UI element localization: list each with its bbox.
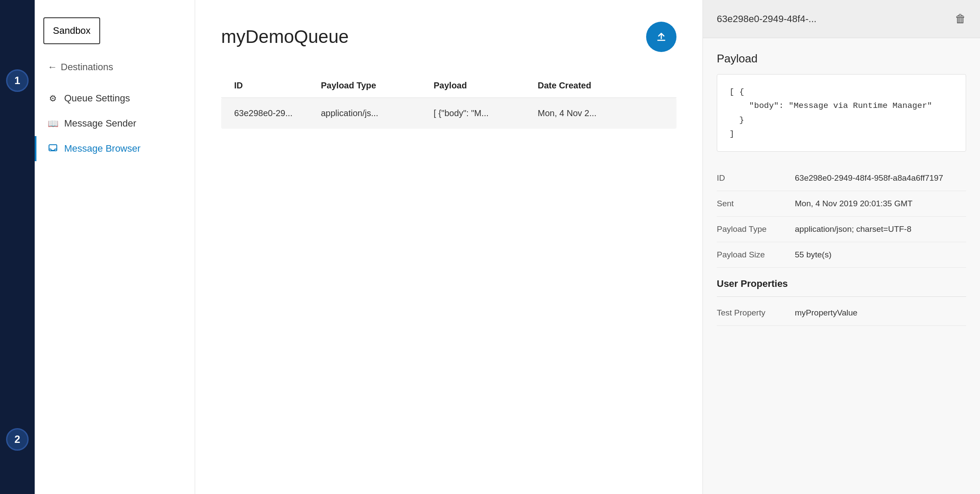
right-panel: 63e298e0-2949-48f4-... 🗑 Payload [ { "bo…	[702, 0, 980, 494]
inbox-icon	[48, 143, 58, 154]
detail-value-id: 63e298e0-2949-48f4-958f-a8a4a6ff7197	[795, 173, 966, 183]
back-link[interactable]: ← Destinations	[35, 62, 195, 86]
badge-2: 2	[6, 428, 29, 451]
detail-row-sent: Sent Mon, 4 Nov 2019 20:01:35 GMT	[717, 191, 966, 217]
cell-payload: [ {"body": "M...	[434, 108, 538, 118]
nav-sidebar: Sandbox ← Destinations ⚙ Queue Settings …	[35, 0, 195, 494]
payload-section-title: Payload	[717, 52, 966, 65]
detail-label-payload-size: Payload Size	[717, 250, 786, 260]
detail-row-payload-type: Payload Type application/json; charset=U…	[717, 217, 966, 242]
back-label: Destinations	[61, 62, 113, 73]
back-arrow-icon: ←	[48, 62, 57, 73]
detail-label-sent: Sent	[717, 199, 786, 208]
main-content: myDemoQueue ID Payload Type Payload Date…	[195, 0, 702, 494]
main-header: myDemoQueue	[221, 22, 676, 52]
right-panel-body: Payload [ { "body": "Message via Runtime…	[703, 38, 980, 340]
badge-1: 1	[6, 69, 29, 92]
cell-date-created: Mon, 4 Nov 2...	[538, 108, 663, 118]
message-id-title: 63e298e0-2949-48f4-...	[717, 13, 817, 25]
col-id: ID	[234, 81, 321, 91]
delete-icon[interactable]: 🗑	[955, 12, 966, 26]
detail-row-payload-size: Payload Size 55 byte(s)	[717, 242, 966, 268]
message-table: ID Payload Type Payload Date Created 63e…	[221, 74, 676, 129]
payload-section: Payload [ { "body": "Message via Runtime…	[717, 52, 966, 152]
sandbox-button[interactable]: Sandbox	[43, 17, 100, 44]
svg-rect-0	[49, 145, 57, 151]
sidebar-item-label: Queue Settings	[64, 93, 130, 104]
sidebar-item-queue-settings[interactable]: ⚙ Queue Settings	[35, 86, 195, 111]
col-payload: Payload	[434, 81, 538, 91]
table-header: ID Payload Type Payload Date Created	[221, 74, 676, 98]
gear-icon: ⚙	[48, 93, 58, 104]
detail-value-payload-type: application/json; charset=UTF-8	[795, 224, 966, 234]
col-date-created: Date Created	[538, 81, 663, 91]
detail-label-payload-type: Payload Type	[717, 224, 786, 234]
detail-label-id: ID	[717, 173, 786, 183]
user-property-value: myPropertyValue	[795, 308, 966, 318]
col-payload-type: Payload Type	[321, 81, 434, 91]
user-properties-title: User Properties	[717, 268, 966, 297]
cell-payload-type: application/js...	[321, 108, 434, 118]
upload-icon	[653, 29, 669, 45]
sidebar-item-label: Message Sender	[64, 118, 136, 129]
cell-id: 63e298e0-29...	[234, 108, 321, 118]
right-panel-header: 63e298e0-2949-48f4-... 🗑	[703, 0, 980, 38]
sidebar-item-label: Message Browser	[64, 143, 140, 154]
detail-row-id: ID 63e298e0-2949-48f4-958f-a8a4a6ff7197	[717, 166, 966, 191]
queue-title: myDemoQueue	[221, 26, 349, 47]
detail-value-payload-size: 55 byte(s)	[795, 250, 966, 260]
upload-button[interactable]	[646, 22, 676, 52]
table-row[interactable]: 63e298e0-29... application/js... [ {"bod…	[221, 98, 676, 129]
left-rail: 1 2	[0, 0, 35, 494]
payload-code: [ { "body": "Message via Runtime Manager…	[717, 74, 966, 152]
sidebar-item-message-browser[interactable]: Message Browser	[35, 136, 195, 161]
user-property-row: Test Property myPropertyValue	[717, 300, 966, 326]
user-property-label: Test Property	[717, 308, 786, 318]
detail-value-sent: Mon, 4 Nov 2019 20:01:35 GMT	[795, 199, 966, 208]
book-icon: 📖	[48, 118, 58, 129]
sidebar-item-message-sender[interactable]: 📖 Message Sender	[35, 111, 195, 136]
